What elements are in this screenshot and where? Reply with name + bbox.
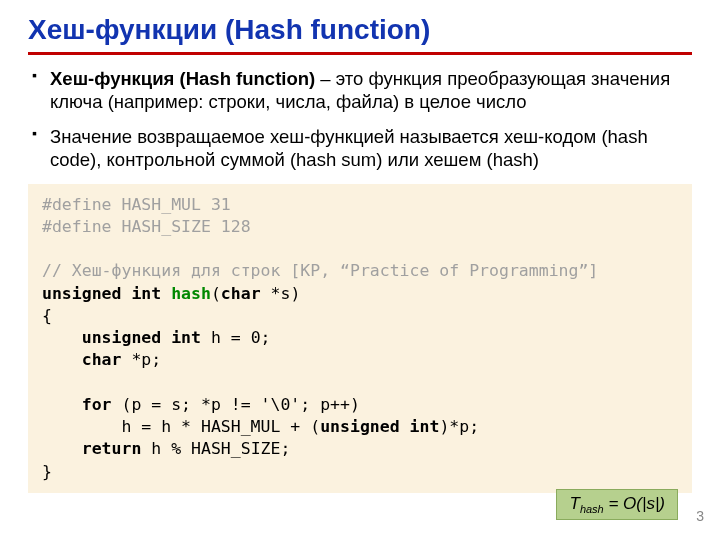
code-line-5-fn: hash [161, 284, 211, 303]
code-line-10-indent [42, 395, 82, 414]
code-line-12-rest: h % HASH_SIZE; [141, 439, 290, 458]
code-line-8-kw: char [82, 350, 122, 369]
code-line-7-kw: unsigned int [82, 328, 201, 347]
code-line-8-rest: *p; [122, 350, 162, 369]
slide-title: Хеш-функции (Hash function) [28, 14, 692, 46]
code-line-2: #define HASH_SIZE 128 [42, 217, 251, 236]
code-line-11-rest2: )*p; [439, 417, 479, 436]
code-line-10-kw: for [82, 395, 112, 414]
bullet-list: Хеш-функция (Hash function) – это функци… [28, 67, 692, 172]
code-line-11-kw: unsigned int [320, 417, 439, 436]
code-line-5-kw2: char [221, 284, 261, 303]
page-number: 3 [696, 508, 704, 524]
code-line-8-indent [42, 350, 82, 369]
complexity-eq: = O(|s|) [604, 494, 665, 513]
complexity-sub: hash [580, 503, 604, 515]
code-line-6: { [42, 306, 52, 325]
title-divider [28, 52, 692, 55]
code-line-5-rest2: *s) [261, 284, 301, 303]
code-block: #define HASH_MUL 31 #define HASH_SIZE 12… [28, 184, 692, 493]
complexity-badge: Thash = O(|s|) [556, 489, 678, 520]
code-line-11-rest1: h = h * HASH_MUL + ( [121, 417, 320, 436]
code-line-7-rest: h = 0; [201, 328, 271, 347]
code-line-7-indent [42, 328, 82, 347]
code-line-12-indent [42, 439, 82, 458]
code-line-5-kw1: unsigned int [42, 284, 161, 303]
code-line-13: } [42, 462, 52, 481]
code-line-1: #define HASH_MUL 31 [42, 195, 231, 214]
bullet-1-bold: Хеш-функция (Hash function) [50, 68, 315, 89]
code-line-4-comment: // Хеш-функция для строк [KP, “Practice … [42, 261, 598, 280]
code-line-12-kw: return [82, 439, 142, 458]
code-line-10-rest: (p = s; *p != '\0'; p++) [112, 395, 360, 414]
slide: Хеш-функции (Hash function) Хеш-функция … [0, 0, 720, 540]
code-line-5-rest: ( [211, 284, 221, 303]
complexity-T: T [569, 494, 579, 513]
bullet-2: Значение возвращаемое хеш-функцией назыв… [28, 125, 692, 171]
code-line-11-indent [42, 417, 121, 436]
bullet-1: Хеш-функция (Hash function) – это функци… [28, 67, 692, 113]
